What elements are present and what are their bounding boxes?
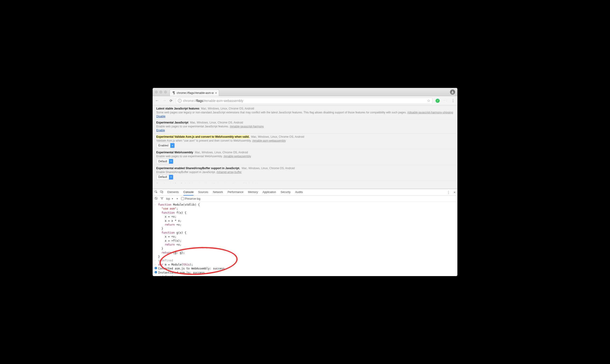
context-label: top: [166, 197, 170, 200]
preserve-log-toggle[interactable]: Preserve log: [181, 197, 200, 200]
console-text: function g(x) {: [158, 231, 456, 235]
profile-avatar-icon[interactable]: [450, 90, 455, 95]
console-output[interactable]: function Module(stdlib) { "use asm"; fun…: [152, 202, 458, 276]
radioactive-icon: [172, 91, 175, 95]
bookmark-star-icon[interactable]: ☆: [427, 98, 430, 103]
devtools-close-icon[interactable]: ×: [454, 190, 456, 195]
browser-window: chrome://flags/#enable-asm-w × ← → ⟳ i c…: [152, 88, 458, 276]
svg-rect-8: [156, 267, 156, 268]
close-window[interactable]: [155, 91, 158, 93]
devtools-tab-console[interactable]: Console: [183, 189, 194, 195]
flag-platforms: Mac, Windows, Linux, Chrome OS, Android: [194, 151, 248, 154]
url-text: chrome://flags/#enable-asm-webassembly: [183, 99, 243, 103]
flag-hash-link[interactable]: #enable-javascript-harmony: [230, 125, 264, 128]
console-text: undefined: [158, 275, 456, 276]
flag-platforms: Mac, Windows, Linux, Chrome OS, Android: [241, 167, 295, 170]
clear-console-icon[interactable]: [154, 197, 158, 201]
flag-action-select[interactable]: Enabled▾: [156, 143, 175, 148]
window-controls: [155, 91, 167, 93]
browser-tab[interactable]: chrome://flags/#enable-asm-w ×: [170, 90, 219, 96]
flag-action-link[interactable]: Disable: [156, 115, 166, 118]
forward-button: →: [162, 98, 166, 103]
devtools-menu-icon[interactable]: ⋮: [447, 190, 450, 195]
gutter: [154, 251, 158, 255]
preserve-log-checkbox[interactable]: [181, 197, 184, 200]
extension-icon[interactable]: ✓: [436, 99, 440, 103]
devtools-tab-sources[interactable]: Sources: [198, 189, 208, 195]
flag-action-select[interactable]: Default▾: [156, 175, 173, 180]
console-text: x = +f(x);: [158, 239, 456, 243]
back-button[interactable]: ←: [155, 98, 159, 103]
console-line: return {g: g};: [152, 251, 458, 255]
chrome-menu-icon[interactable]: ⋮: [451, 98, 455, 103]
devtools-tab-network[interactable]: Network: [213, 189, 223, 195]
console-line: x = +f(x);: [152, 239, 458, 243]
close-tab-icon[interactable]: ×: [215, 91, 217, 95]
flag-title: Experimental enabled SharedArrayBuffer s…: [156, 167, 240, 170]
console-line: return +x;: [152, 223, 458, 227]
devtools-tab-security[interactable]: Security: [281, 189, 291, 195]
console-text: var m = Module(this);: [158, 263, 456, 267]
console-line: undefined: [152, 259, 458, 262]
gutter: [154, 247, 158, 251]
devtools-tab-performance[interactable]: Performance: [228, 189, 243, 195]
context-selector[interactable]: top ▼: [166, 197, 174, 200]
flag-hash-link[interactable]: #shared-array-buffer: [217, 170, 242, 174]
console-text: return {g: g};: [158, 251, 456, 255]
info-icon: [154, 271, 158, 275]
flag-title: Latest stable JavaScript features: [156, 107, 199, 110]
console-text: x = +x;: [158, 235, 456, 239]
console-line: x = +x;: [152, 235, 458, 239]
gutter: [154, 235, 158, 239]
flag-hash-link[interactable]: #disable-javascript-harmony-shipping: [407, 111, 453, 114]
svg-point-0: [173, 92, 174, 93]
devtools-tab-elements[interactable]: Elements: [167, 189, 179, 195]
address-bar[interactable]: i chrome://flags/#enable-asm-webassembly…: [176, 98, 432, 104]
console-line: "use asm";: [152, 207, 458, 211]
console-text: "use asm";: [158, 207, 456, 211]
console-line: }: [152, 227, 458, 231]
console-line: function Module(stdlib) {: [152, 203, 458, 207]
flag-item: Experimental enabled SharedArrayBuffer s…: [152, 165, 458, 181]
zoom-window[interactable]: [164, 91, 167, 93]
flag-platforms: Mac, Windows, Linux, Chrome OS, Android: [200, 107, 254, 110]
device-toolbar-icon[interactable]: [160, 190, 163, 194]
devtools-tab-audits[interactable]: Audits: [295, 189, 303, 195]
chevron-down-icon: ▾: [169, 159, 173, 164]
console-text: }: [158, 227, 456, 231]
flag-platforms: Mac, Windows, Linux, Chrome OS, Android: [250, 135, 304, 138]
gutter: [154, 211, 158, 215]
console-line: Converted asm.js to WebAssembly: success: [152, 267, 458, 271]
titlebar: chrome://flags/#enable-asm-w ×: [152, 88, 458, 96]
filter-icon[interactable]: [160, 197, 163, 201]
chevron-down-icon[interactable]: ▼: [176, 198, 178, 200]
tab-title: chrome://flags/#enable-asm-w: [177, 91, 214, 95]
console-text: function Module(stdlib) {: [158, 203, 456, 207]
site-info-icon[interactable]: i: [178, 99, 181, 103]
flag-description: Enable web pages to use experimental Jav…: [156, 125, 230, 128]
console-text: Converted asm.js to WebAssembly: success: [158, 267, 456, 271]
inspect-element-icon[interactable]: [154, 190, 158, 194]
devtools-panel: ElementsConsoleSourcesNetworkPerformance…: [152, 189, 458, 276]
devtools-tab-memory[interactable]: Memory: [248, 189, 258, 195]
flag-hash-link[interactable]: #enable-asm-webassembly: [252, 139, 286, 142]
flag-select-value: Default: [156, 175, 169, 179]
flag-action-link[interactable]: Enable: [156, 129, 165, 132]
gutter: [154, 231, 158, 235]
devtools-tab-application[interactable]: Application: [263, 189, 276, 195]
console-line: return +x;: [152, 243, 458, 247]
chevron-down-icon: ▾: [170, 143, 174, 148]
flag-platforms: Mac, Windows, Linux, Chrome OS, Android: [189, 121, 243, 124]
flag-action-select[interactable]: Default▾: [156, 159, 173, 164]
toolbar: ← → ⟳ i chrome://flags/#enable-asm-webas…: [152, 96, 458, 105]
reload-button[interactable]: ⟳: [170, 99, 173, 103]
console-line: var m = Module(this);: [152, 263, 458, 267]
minimize-window[interactable]: [160, 91, 162, 93]
gutter: [154, 219, 158, 223]
preserve-log-label: Preserve log: [185, 197, 200, 200]
flag-hash-link[interactable]: #enable-webassembly: [223, 155, 251, 158]
flag-description: Enable SharedArrayBuffer support in Java…: [156, 170, 217, 174]
gutter: [154, 239, 158, 243]
console-toolbar: top ▼ ▼ Preserve log: [152, 195, 458, 202]
svg-rect-11: [156, 272, 156, 272]
